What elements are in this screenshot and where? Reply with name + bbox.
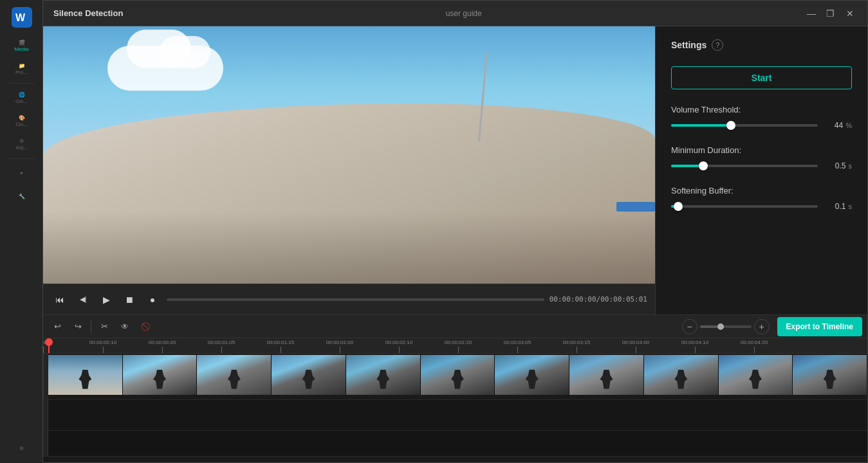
audio-track-content[interactable] xyxy=(48,400,867,430)
undo-button[interactable]: ↩ xyxy=(48,318,66,336)
ruler-label-12: 00:00:04:20 xyxy=(741,340,768,347)
thumb-frame-2 xyxy=(123,355,198,395)
minimize-button[interactable]: — xyxy=(804,6,818,21)
ruler-tick-2 xyxy=(162,347,163,353)
ramp-shadow xyxy=(43,212,655,284)
audio-track-label-2 xyxy=(43,431,48,456)
skater-5 xyxy=(376,370,389,389)
skater-11 xyxy=(824,370,836,389)
minimum-duration-slider[interactable] xyxy=(671,165,818,167)
sidebar-item-project[interactable]: 📁 Pro... xyxy=(5,58,39,80)
zoom-out-button[interactable]: − xyxy=(682,319,697,334)
ruler-label-10: 00:00:04:00 xyxy=(622,340,649,347)
step-frame-back-button[interactable]: ◀| xyxy=(74,291,92,309)
volume-threshold-thumb[interactable] xyxy=(726,121,735,130)
zoom-thumb[interactable] xyxy=(717,323,724,330)
time-indicator-head xyxy=(45,338,53,346)
thumbnail-strip xyxy=(48,355,867,395)
skater-9 xyxy=(674,370,687,389)
app-logo: W xyxy=(6,4,38,31)
export-to-timeline-button[interactable]: Export to Timeline xyxy=(777,317,862,336)
blue-accent xyxy=(616,202,655,212)
ruler-tick-10 xyxy=(636,347,636,353)
start-button[interactable]: Start xyxy=(671,66,852,89)
video-progress-bar[interactable] xyxy=(167,298,544,301)
timeline-ruler: 00:00 00:00:00:10 00:00:00:20 00:00:01:0… xyxy=(43,338,867,354)
skip-back-button[interactable]: ⏮ xyxy=(51,291,69,309)
video-frame xyxy=(43,26,655,284)
video-track-content[interactable] xyxy=(48,354,867,399)
timeline-toolbar: ↩ ↪ ✂ 👁 🚫 − + Export to Timeline xyxy=(43,315,867,338)
softening-buffer-group: Softening Buffer: 0.1 s xyxy=(671,186,852,211)
volume-threshold-slider[interactable] xyxy=(671,124,818,127)
ruler-label-8: 00:00:03:05 xyxy=(504,340,531,347)
volume-threshold-unit: % xyxy=(845,122,852,129)
audio-track-row xyxy=(43,400,867,431)
video-preview xyxy=(43,26,655,284)
dialog-subtitle: user guide xyxy=(446,9,482,18)
thumb-frame-9 xyxy=(644,355,719,395)
sidebar-item-effects[interactable]: ✦ xyxy=(5,162,39,184)
ruler-label-9: 00:00:03:15 xyxy=(563,340,590,347)
redo-button[interactable]: ↪ xyxy=(69,318,87,336)
dialog-body: ⏮ ◀| ▶ ⏹ ● 00:00:00:00/00:00:05:01 Setti… xyxy=(43,26,867,462)
ruler-tick-5 xyxy=(340,347,340,353)
left-sidebar: W 🎬 Media 📁 Pro... 🌐 Glo... 🎨 Clo... ⚙ A… xyxy=(0,0,44,463)
help-icon[interactable]: ? xyxy=(712,39,723,51)
skater-4 xyxy=(302,370,315,389)
video-track-row xyxy=(43,354,867,400)
minimum-duration-value: 0.5 s xyxy=(823,161,852,170)
close-button[interactable]: ✕ xyxy=(843,6,857,21)
ruler-marks: 00:00 00:00:00:10 00:00:00:20 00:00:01:0… xyxy=(43,338,867,353)
volume-threshold-value: 44 % xyxy=(823,121,852,130)
ruler-tick-4 xyxy=(281,347,281,353)
sidebar-item-global[interactable]: 🌐 Glo... xyxy=(5,87,39,109)
cut-button[interactable]: ✂ xyxy=(95,318,113,336)
sidebar-item-settings[interactable]: ⚙ xyxy=(5,437,39,459)
ruler-tick-9 xyxy=(577,347,577,353)
sidebar-item-color[interactable]: 🎨 Clo... xyxy=(5,110,39,132)
dialog-title: Silence Detection xyxy=(53,8,123,18)
ruler-tick-6 xyxy=(399,347,400,353)
skater-10 xyxy=(749,370,762,389)
zoom-slider[interactable] xyxy=(700,325,752,328)
minimum-duration-group: Minimum Duration: 0.5 s xyxy=(671,145,852,170)
ruler-tick-12 xyxy=(754,347,755,353)
audio-track-content-2[interactable] xyxy=(48,431,867,456)
softening-buffer-label: Softening Buffer: xyxy=(671,186,852,195)
ruler-label-11: 00:00:04:10 xyxy=(681,340,708,347)
thumb-frame-8 xyxy=(569,355,644,395)
play-button[interactable]: ▶ xyxy=(97,291,115,309)
settings-panel: Settings ? Start Volume Threshold: 44 xyxy=(655,26,867,314)
stop-button[interactable]: ⏹ xyxy=(120,291,138,309)
dialog-controls: — ❐ ✕ xyxy=(804,6,857,21)
hide-button[interactable]: 🚫 xyxy=(136,318,154,336)
settings-header: Settings ? xyxy=(671,39,852,51)
loop-button[interactable]: ● xyxy=(143,291,162,309)
sidebar-item-tools[interactable]: 🔧 xyxy=(5,185,39,207)
time-display: 00:00:00:00/00:00:05:01 xyxy=(549,295,647,304)
sidebar-item-adjust[interactable]: ⚙ Adj... xyxy=(5,133,39,155)
zoom-controls: − + xyxy=(682,319,770,334)
dialog-titlebar: Silence Detection user guide — ❐ ✕ xyxy=(43,1,867,26)
show-button[interactable]: 👁 xyxy=(116,318,134,336)
softening-buffer-value: 0.1 s xyxy=(823,202,852,211)
minimum-duration-label: Minimum Duration: xyxy=(671,145,852,155)
softening-buffer-slider[interactable] xyxy=(671,205,818,208)
toolbar-separator-1 xyxy=(91,320,91,333)
volume-threshold-fill xyxy=(671,124,731,127)
skater-3 xyxy=(228,370,241,389)
sidebar-item-media[interactable]: 🎬 Media xyxy=(5,35,39,57)
skater-2 xyxy=(153,370,166,389)
timeline-tracks xyxy=(43,354,867,462)
minimum-duration-number: 0.5 xyxy=(828,161,846,170)
audio-track-row-2 xyxy=(43,431,867,457)
restore-button[interactable]: ❐ xyxy=(824,6,838,21)
thumb-frame-6 xyxy=(421,355,495,395)
cloud xyxy=(107,46,223,91)
softening-buffer-thumb[interactable] xyxy=(674,202,683,211)
thumb-frame-1 xyxy=(48,355,123,395)
timeline-area: ↩ ↪ ✂ 👁 🚫 − + Export to Timeline xyxy=(43,314,867,462)
zoom-in-button[interactable]: + xyxy=(754,319,770,334)
minimum-duration-thumb[interactable] xyxy=(699,161,708,170)
